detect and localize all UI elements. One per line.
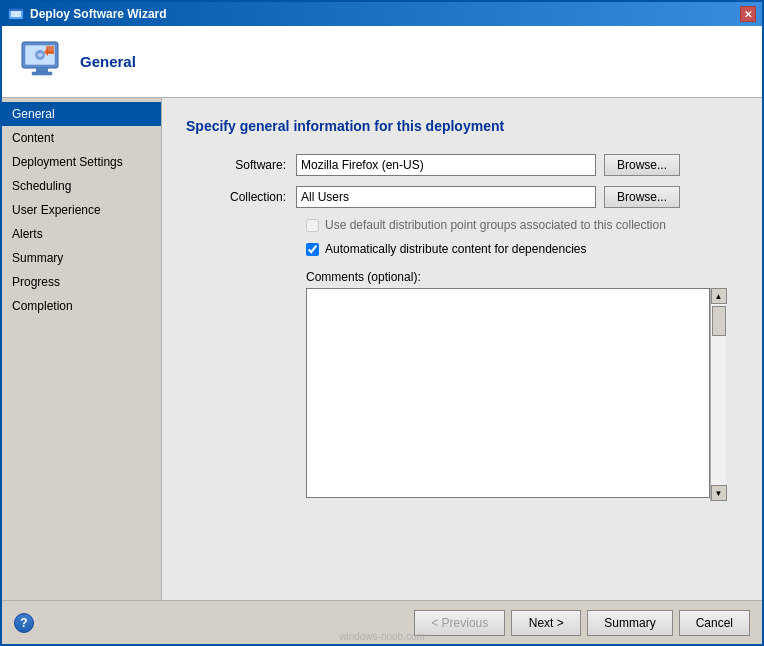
auto-distribute-checkbox-label: Automatically distribute content for dep…: [325, 242, 587, 256]
collection-browse-button[interactable]: Browse...: [604, 186, 680, 208]
main-title: Specify general information for this dep…: [186, 118, 738, 134]
svg-rect-1: [11, 11, 21, 17]
comments-label: Comments (optional):: [306, 270, 738, 284]
svg-rect-5: [36, 68, 48, 72]
footer: ? windows-noob.com < Previous Next > Sum…: [2, 600, 762, 644]
window-title: Deploy Software Wizard: [30, 7, 167, 21]
close-button[interactable]: ✕: [740, 6, 756, 22]
sidebar: General Content Deployment Settings Sche…: [2, 98, 162, 600]
distribution-checkbox-label: Use default distribution point groups as…: [325, 218, 666, 232]
header-bar: General: [2, 26, 762, 98]
sidebar-item-completion[interactable]: Completion: [2, 294, 161, 318]
sidebar-item-general[interactable]: General: [2, 102, 161, 126]
title-bar: Deploy Software Wizard ✕: [2, 2, 762, 26]
sidebar-item-user-experience[interactable]: User Experience: [2, 198, 161, 222]
title-bar-left: Deploy Software Wizard: [8, 6, 167, 22]
sidebar-item-scheduling[interactable]: Scheduling: [2, 174, 161, 198]
window-icon: [8, 6, 24, 22]
auto-distribute-checkbox-row: Automatically distribute content for dep…: [306, 242, 738, 256]
previous-button[interactable]: < Previous: [414, 610, 505, 636]
scrollbar-down-arrow[interactable]: ▼: [711, 485, 727, 501]
software-row: Software: Browse...: [186, 154, 738, 176]
summary-button[interactable]: Summary: [587, 610, 672, 636]
wizard-window: Deploy Software Wizard ✕ General General…: [0, 0, 764, 646]
cancel-button[interactable]: Cancel: [679, 610, 750, 636]
distribution-checkbox[interactable]: [306, 219, 319, 232]
watermark: windows-noob.com: [339, 631, 425, 642]
collection-input[interactable]: [296, 186, 596, 208]
sidebar-item-alerts[interactable]: Alerts: [2, 222, 161, 246]
help-button[interactable]: ?: [14, 613, 34, 633]
next-button[interactable]: Next >: [511, 610, 581, 636]
software-browse-button[interactable]: Browse...: [604, 154, 680, 176]
sidebar-item-progress[interactable]: Progress: [2, 270, 161, 294]
scrollbar-up-arrow[interactable]: ▲: [711, 288, 727, 304]
sidebar-item-content[interactable]: Content: [2, 126, 161, 150]
computer-icon: [18, 38, 66, 86]
distribution-checkbox-row: Use default distribution point groups as…: [306, 218, 738, 232]
sidebar-item-summary[interactable]: Summary: [2, 246, 161, 270]
svg-rect-6: [32, 72, 52, 75]
scrollbar-track: ▲ ▼: [710, 288, 726, 501]
scrollbar-thumb[interactable]: [712, 306, 726, 336]
sidebar-item-deployment-settings[interactable]: Deployment Settings: [2, 150, 161, 174]
software-label: Software:: [186, 158, 296, 172]
wizard-body: General Content Deployment Settings Sche…: [2, 98, 762, 600]
collection-label: Collection:: [186, 190, 296, 204]
auto-distribute-checkbox[interactable]: [306, 243, 319, 256]
comments-wrapper: ▲ ▼: [306, 288, 726, 501]
collection-row: Collection: Browse...: [186, 186, 738, 208]
header-title: General: [80, 53, 136, 70]
comments-textarea[interactable]: [306, 288, 710, 498]
software-input[interactable]: [296, 154, 596, 176]
main-content: Specify general information for this dep…: [162, 98, 762, 600]
svg-rect-2: [9, 9, 23, 11]
